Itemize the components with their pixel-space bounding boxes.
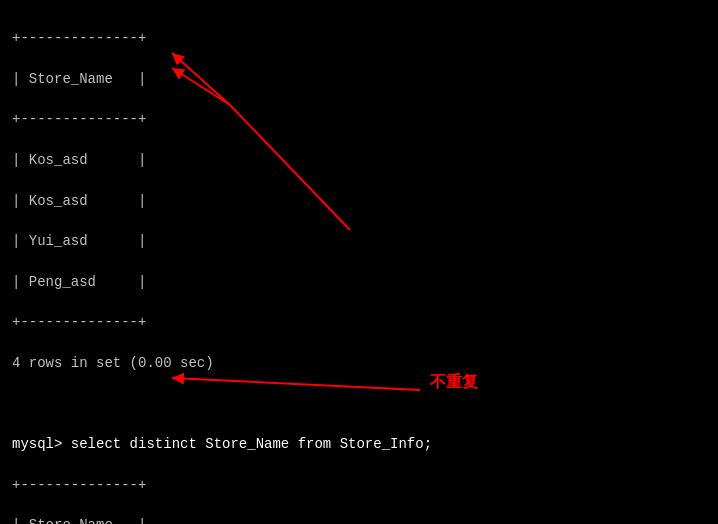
terminal-output: +--------------+ | Store_Name | +-------… (12, 8, 706, 524)
row-1-2: | Kos_asd | (12, 193, 146, 209)
header-1: | Store_Name | (12, 71, 146, 87)
row-1-3: | Yui_asd | (12, 233, 146, 249)
separator-top-1: +--------------+ (12, 30, 146, 46)
separator-mid-1: +--------------+ (12, 111, 146, 127)
header-2: | Store_Name | (12, 517, 146, 524)
command-line: mysql> select distinct Store_Name from S… (12, 436, 432, 452)
row-1-4: | Peng_asd | (12, 274, 146, 290)
row-1-1: | Kos_asd | (12, 152, 146, 168)
separator-bot-1: +--------------+ (12, 314, 146, 330)
rows-count-1: 4 rows in set (0.00 sec) (12, 355, 214, 371)
no-repeat-label: 不重复 (430, 372, 478, 393)
separator-top-2: +--------------+ (12, 477, 146, 493)
